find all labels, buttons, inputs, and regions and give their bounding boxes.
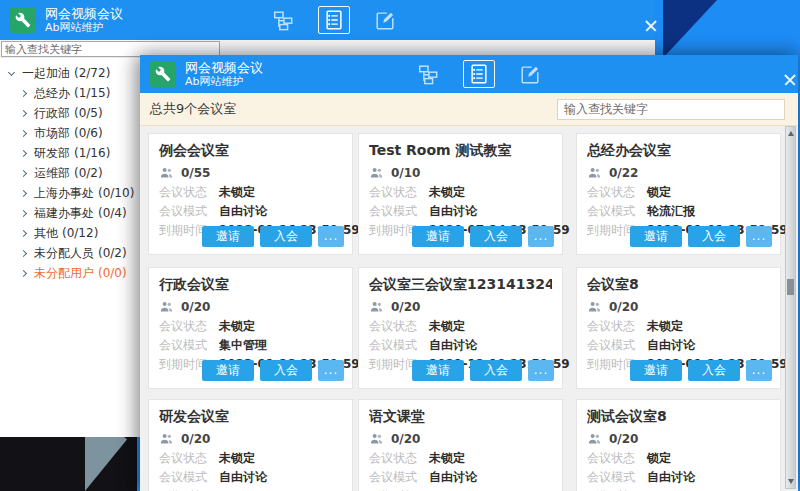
room-list-window: 网会视频会议 Ab网站维护 [140, 55, 798, 491]
join-button[interactable]: 入会 [688, 226, 740, 247]
tree-item-label: 未分配用户 [34, 265, 94, 282]
members-icon [369, 299, 384, 314]
room-occupancy: 0/22 [609, 166, 638, 180]
chevron-icon [20, 249, 27, 256]
room-card: 测试会议室8 0/20 会议状态 锁定 会议模式 自由讨论 到期时间 2021-… [576, 399, 781, 491]
chevron-icon [20, 189, 27, 196]
room-list-icon [468, 63, 490, 85]
mode-value: 轮流汇报 [647, 204, 695, 218]
tree-item-label: 行政部 [34, 105, 70, 122]
status-label: 会议状态 [159, 319, 219, 333]
join-button[interactable]: 入会 [470, 226, 522, 247]
org-tree-icon[interactable] [417, 63, 439, 85]
chevron-icon [20, 109, 27, 116]
org-tree-icon[interactable] [272, 9, 294, 31]
mode-value: 自由讨论 [647, 470, 695, 484]
mode-label: 会议模式 [369, 470, 429, 484]
app-title: 网会视频会议 [185, 60, 263, 76]
vertical-scrollbar[interactable] [785, 126, 796, 489]
room-card: 会议室8 0/20 会议状态 未锁定 会议模式 自由讨论 到期时间 2022-0… [576, 267, 781, 389]
scroll-up-icon[interactable] [788, 131, 794, 136]
status-value: 未锁定 [429, 185, 465, 199]
room-card: 行政会议室 0/20 会议状态 未锁定 会议模式 集中管理 到期时间 2023-… [148, 267, 353, 389]
main-window-controls [617, 0, 655, 40]
status-value: 未锁定 [429, 451, 465, 465]
invite-button[interactable]: 邀请 [202, 226, 254, 247]
members-icon [369, 165, 384, 180]
compose-icon[interactable] [519, 63, 541, 85]
main-window-titlebar: 网会视频会议 Ab网站维护 [0, 0, 655, 40]
room-window-controls [756, 55, 798, 93]
mode-label: 会议模式 [587, 204, 647, 218]
status-value: 未锁定 [429, 319, 465, 333]
app-title: 网会视频会议 [45, 6, 123, 22]
more-button[interactable]: ... [528, 226, 554, 247]
invite-button[interactable]: 邀请 [630, 360, 682, 381]
room-list-icon [323, 9, 345, 31]
room-grid: 例会会议室 0/55 会议状态 未锁定 会议模式 自由讨论 到期时间 2028-… [140, 126, 798, 491]
room-name: 会议室三会议室123141324141三会... [369, 276, 552, 294]
tree-item-count: (1/15) [74, 86, 110, 100]
app-subtitle: Ab网站维护 [185, 75, 263, 88]
chevron-icon [20, 169, 27, 176]
mode-label: 会议模式 [369, 204, 429, 218]
room-list-button-active[interactable] [463, 60, 495, 88]
tree-item-count: (0/6) [74, 126, 103, 140]
status-value: 未锁定 [219, 319, 255, 333]
invite-button[interactable]: 邀请 [412, 226, 464, 247]
tree-item-label: 其他 [34, 225, 58, 242]
main-toolbar [272, 0, 396, 40]
scroll-down-icon[interactable] [788, 479, 794, 484]
join-button[interactable]: 入会 [260, 360, 312, 381]
members-icon [369, 431, 384, 446]
tree-item-label: 未分配人员 [34, 245, 94, 262]
mode-label: 会议模式 [159, 204, 219, 218]
room-name: 语文课堂 [369, 408, 552, 426]
status-value: 未锁定 [219, 185, 255, 199]
chevron-icon [20, 129, 27, 136]
compose-icon[interactable] [374, 9, 396, 31]
invite-button[interactable]: 邀请 [630, 226, 682, 247]
status-value: 未锁定 [647, 319, 683, 333]
invite-button[interactable]: 邀请 [412, 360, 464, 381]
tree-item-label: 上海办事处 [34, 185, 94, 202]
members-icon [159, 299, 174, 314]
room-name: 研发会议室 [159, 408, 342, 426]
chevron-icon [20, 89, 27, 96]
mode-value: 集中管理 [219, 338, 267, 352]
mode-value: 自由讨论 [429, 204, 477, 218]
tree-item-count: (1/16) [74, 146, 110, 160]
members-icon [159, 431, 174, 446]
app-logo [150, 61, 176, 87]
more-button[interactable]: ... [746, 360, 772, 381]
join-button[interactable]: 入会 [688, 360, 740, 381]
scrollbar-thumb[interactable] [787, 279, 794, 295]
room-occupancy: 0/55 [181, 166, 210, 180]
more-button[interactable]: ... [318, 226, 344, 247]
wrench-icon [15, 12, 31, 28]
chevron-icon [8, 68, 15, 75]
status-label: 会议状态 [159, 185, 219, 199]
tree-item-count: (0/12) [62, 226, 98, 240]
tree-item-label: 福建办事处 [34, 205, 94, 222]
room-search-input[interactable] [557, 99, 785, 120]
invite-button[interactable]: 邀请 [202, 360, 254, 381]
room-card: 研发会议室 0/20 会议状态 未锁定 会议模式 自由讨论 到期时间 2022-… [148, 399, 353, 491]
more-button[interactable]: ... [746, 226, 772, 247]
join-button[interactable]: 入会 [260, 226, 312, 247]
status-label: 会议状态 [369, 451, 429, 465]
status-label: 会议状态 [587, 319, 647, 333]
more-button[interactable]: ... [528, 360, 554, 381]
room-card: 例会会议室 0/55 会议状态 未锁定 会议模式 自由讨论 到期时间 2028-… [148, 133, 353, 255]
status-label: 会议状态 [587, 451, 647, 465]
tree-item-label: 市场部 [34, 125, 70, 142]
join-button[interactable]: 入会 [470, 360, 522, 381]
room-card: Test Room 测试教室 0/10 会议状态 未锁定 会议模式 自由讨论 到… [358, 133, 563, 255]
members-icon [159, 165, 174, 180]
chevron-icon [20, 269, 27, 276]
desktop: 网会视频会议 Ab网站维护 [0, 0, 800, 491]
more-button[interactable]: ... [318, 360, 344, 381]
room-window-titlebar: 网会视频会议 Ab网站维护 [140, 55, 798, 93]
room-list-button-active[interactable] [318, 6, 350, 34]
room-occupancy: 0/20 [609, 432, 638, 446]
